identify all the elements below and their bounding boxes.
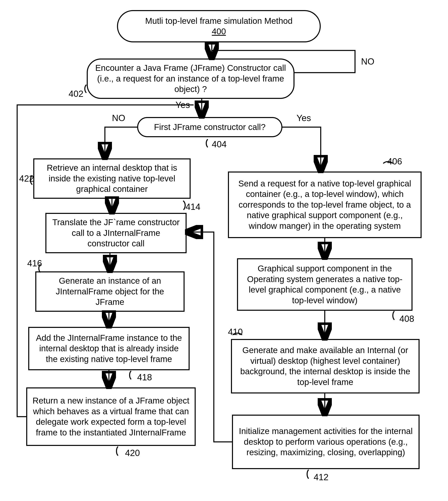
- ref-408: 408: [400, 314, 414, 324]
- node-422-process: Retrieve an internal desktop that is ins…: [33, 158, 191, 199]
- node-418-text: Add the JInternalFrame instance to the i…: [33, 333, 185, 365]
- node-402-text: Encounter a Java Frame (JFrame) Construc…: [92, 63, 289, 95]
- ref-414: 414: [186, 202, 200, 212]
- node-414-text: Translate the JF`rame constructor call t…: [50, 217, 182, 249]
- node-400-terminator: Mutli top-level frame simulation Method …: [117, 10, 321, 42]
- node-418-process: Add the JInternalFrame instance to the i…: [28, 327, 190, 370]
- node-416-text: Generate an instance of an JInternalFram…: [40, 276, 179, 307]
- node-410-text: Generate and make available an Internal …: [236, 345, 415, 388]
- label-404-yes: Yes: [297, 113, 311, 123]
- node-416-process: Generate an instance of an JInternalFram…: [35, 271, 185, 312]
- node-412-process: Initialize management activities for the…: [232, 415, 419, 469]
- label-404-no: NO: [112, 113, 125, 123]
- node-420-process: Return a new instance of a JFrame object…: [26, 388, 196, 446]
- label-402-yes: Yes: [176, 100, 190, 110]
- node-408-text: Graphical support component in the Opera…: [242, 263, 407, 306]
- ref-404: 404: [212, 139, 226, 149]
- ref-410: 410: [228, 327, 243, 337]
- node-406-process: Send a request for a native top-level gr…: [228, 172, 422, 238]
- ref-422: 422: [19, 174, 34, 184]
- node-400-line2: 400: [212, 27, 226, 36]
- node-410-process: Generate and make available an Internal …: [231, 339, 419, 393]
- node-404-text: First JFrame constructor call?: [154, 122, 265, 132]
- label-402-no: NO: [361, 56, 374, 66]
- node-402-decision: Encounter a Java Frame (JFrame) Construc…: [87, 59, 294, 99]
- ref-418: 418: [137, 372, 152, 382]
- node-404-decision: First JFrame constructor call?: [137, 117, 282, 137]
- ref-402: 402: [69, 89, 83, 99]
- node-420-text: Return a new instance of a JFrame object…: [31, 395, 191, 438]
- ref-420: 420: [125, 448, 140, 458]
- node-406-text: Send a request for a native top-level gr…: [233, 178, 416, 231]
- ref-416: 416: [27, 258, 42, 268]
- node-408-process: Graphical support component in the Opera…: [237, 258, 413, 311]
- ref-406: 406: [387, 156, 402, 166]
- node-412-text: Initialize management activities for the…: [237, 426, 415, 458]
- flowchart-canvas: Mutli top-level frame simulation Method …: [0, 0, 448, 501]
- node-414-process: Translate the JF`rame constructor call t…: [45, 213, 187, 253]
- node-400-line1: Mutli top-level frame simulation Method: [145, 16, 293, 26]
- ref-412: 412: [314, 472, 328, 482]
- node-422-text: Retrieve an internal desktop that is ins…: [38, 163, 186, 194]
